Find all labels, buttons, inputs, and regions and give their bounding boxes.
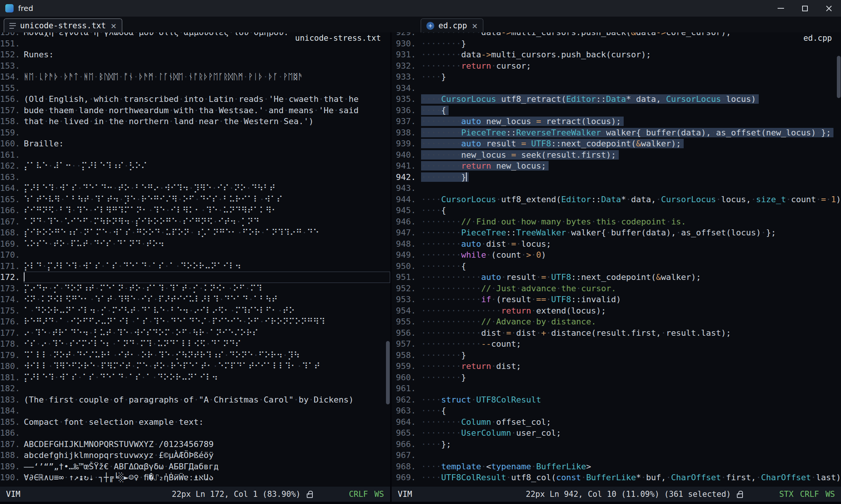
- code-line[interactable]: 158.that·he·lived·in·the·northern·land·n…: [0, 116, 390, 127]
- code-line[interactable]: 940.········new_locus·=·seek(result.firs…: [392, 149, 841, 161]
- code-line[interactable]: 964.········Column·offset_col;: [392, 416, 841, 428]
- code-line[interactable]: 963.····{: [392, 405, 841, 416]
- code-line[interactable]: 965.········UserColumn·user_col;: [392, 427, 841, 439]
- scrollbar-track[interactable]: [386, 32, 390, 487]
- code-line[interactable]: 156.(Old·English,·which·transcribed·into…: [0, 94, 390, 105]
- scrollbar-thumb[interactable]: [386, 341, 390, 404]
- code-line[interactable]: 167.⠁⠝⠙·⠹⠑·⠡⠊⠑⠋·⠍⠳⠗⠝⠻⠲·⡎⠊⠗⠕⠕⠛⠑·⠎⠊⠛⠝⠫·⠊⠞⠲…: [0, 216, 390, 227]
- code-line[interactable]: 177.⠔·⠹⠑·⠞⠗⠁⠙⠑⠲·⡃⠥⠞·⠹⠑·⠺⠊⠎⠙⠕⠍·⠕⠋·⠳⠗·⠁⠝⠊⠑…: [0, 327, 390, 339]
- scrollbar-thumb[interactable]: [837, 56, 841, 98]
- code-line[interactable]: 969.····UTF8ColResult·utf8_col(const·Buf…: [392, 472, 841, 483]
- code-line[interactable]: 164.⡍⠜⠇⠑⠹·⠺⠁⠎·⠙⠑⠁⠙⠒·⠞⠕·⠃⠑⠛⠔·⠺⠊⠹⠲·⡹⠻⠑·⠊⠎·…: [0, 183, 390, 194]
- code-line[interactable]: 966.····};: [392, 439, 841, 450]
- code-line[interactable]: 946.········//·Find·out·how·many·bytes·t…: [392, 216, 841, 227]
- code-line[interactable]: 944.····CursorLocus·utf8_extend(Editor::…: [392, 194, 841, 205]
- eol-indicator[interactable]: CRLF: [800, 490, 819, 499]
- minimize-button[interactable]: [769, 0, 793, 17]
- code-line[interactable]: 945.····{: [392, 205, 841, 216]
- code-line[interactable]: 174.⠪⠝·⠅⠝⠪⠇⠫⠛⠑⠂·⠱⠁⠞·⠹⠻⠑·⠊⠎·⠏⠜⠞⠊⠊⠥⠇⠜⠇⠹·⠙⠑…: [0, 294, 390, 305]
- code-line[interactable]: 968.····template·<typename·BufferLike>: [392, 461, 841, 472]
- code-line[interactable]: 934.: [392, 83, 841, 94]
- code-line[interactable]: 933.····}: [392, 71, 841, 83]
- code-line[interactable]: 180.⠺⠊⠇⠇·⠹⠻⠑⠋⠕⠗⠑·⠏⠻⠍⠊⠞·⠍⠑·⠞⠕·⠗⠑⠏⠑⠁⠞⠂·⠑⠍⠏…: [0, 361, 390, 372]
- code-line[interactable]: 942.········}: [392, 172, 841, 183]
- code-line[interactable]: 188.abcdefghijklmnopqrstuvwxyz·£©µÀÆÖÞßé…: [0, 450, 390, 461]
- tab-ed-cpp[interactable]: ed.cpp ×: [421, 18, 483, 32]
- code-line[interactable]: 163.: [0, 172, 390, 183]
- left-editor-body[interactable]: 150.Μονάχη·ἔγνοια·ἡ·γλῶσσα·μου·στὶς·ἀμμο…: [0, 32, 390, 487]
- code-line[interactable]: 947.········PieceTree::TreeWalker·walker…: [392, 227, 841, 238]
- code-line[interactable]: 154.ᚻᛖ·ᚳᚹᚫᚦ·ᚦᚫᛏ·ᚻᛖ·ᛒᚢᛞᛖ·ᚩᚾ·ᚦᚫᛗ·ᛚᚪᚾᛞᛖ·ᚾᚩᚱ…: [0, 71, 390, 83]
- code-line[interactable]: 952.············//·Just·advance·the·curs…: [392, 283, 841, 294]
- code-line[interactable]: 938.········PieceTree::ReverseTreeWalker…: [392, 127, 841, 138]
- code-line[interactable]: 955.············//·Advance·by·distance.: [392, 316, 841, 327]
- maximize-button[interactable]: [793, 0, 817, 17]
- scrollbar-track[interactable]: [836, 32, 841, 487]
- code-line[interactable]: 930.········}: [392, 38, 841, 49]
- code-line[interactable]: 169.⠡⠕⠎⠑·⠞⠕·⠏⠥⠞·⠙⠊⠎·⠙⠁⠝⠙·⠞⠕⠲: [0, 238, 390, 250]
- code-line[interactable]: 967.: [392, 450, 841, 461]
- encoding-indicator[interactable]: STX: [779, 490, 793, 499]
- code-line[interactable]: 160.Braille:: [0, 138, 390, 149]
- whitespace-indicator[interactable]: WS: [826, 490, 835, 499]
- code-line[interactable]: 929.············data->multi_cursors.push…: [392, 32, 841, 38]
- code-line[interactable]: 962.····struct·UTF8ColResult: [392, 394, 841, 406]
- eol-indicator[interactable]: CRLF: [349, 490, 368, 499]
- code-line[interactable]: 178.⠊⠎·⠔·⠹⠑·⠎⠊⠍⠊⠇⠑⠆·⠁⠝⠙·⠍⠹·⠥⠝⠙⠁⠇⠇⠪⠫·⠙⠁⠝⠙…: [0, 338, 390, 350]
- code-line[interactable]: 941.········return·new_locus;: [392, 160, 841, 172]
- code-line[interactable]: 189.–—‘’“”„†•…‰™œŠŸž€·ΑΒΓΔΩαβγδω·АБВГДаб…: [0, 461, 390, 472]
- whitespace-indicator[interactable]: WS: [374, 490, 384, 499]
- code-line[interactable]: 960.········}: [392, 372, 841, 383]
- code-line[interactable]: 153.: [0, 60, 390, 72]
- code-line[interactable]: 961.: [392, 383, 841, 394]
- close-button[interactable]: [817, 0, 841, 17]
- code-line[interactable]: 181.⡍⠜⠇⠑⠹·⠺⠁⠎·⠁⠎·⠙⠑⠁⠙·⠁⠎·⠁·⠙⠕⠕⠗⠤⠝⠁⠊⠇⠲: [0, 372, 390, 383]
- code-line[interactable]: 186.: [0, 427, 390, 439]
- code-line[interactable]: 173.⡍⠔⠙⠖·⡊·⠙⠕⠝⠰⠞·⠍⠑⠁⠝·⠞⠕·⠎⠁⠹·⠹⠁⠞·⡊·⠅⠝⠪⠂·…: [0, 283, 390, 294]
- code-line[interactable]: 187.ABCDEFGHIJKLMNOPQRSTUVWXYZ·/01234567…: [0, 439, 390, 450]
- code-line[interactable]: 172.: [0, 272, 390, 283]
- code-line[interactable]: 170.: [0, 249, 390, 261]
- code-line[interactable]: 175.⠁·⠙⠕⠕⠗⠤⠝⠁⠊⠇⠲·⡊·⠍⠊⠣⠞·⠙⠁⠧⠑·⠃⠑⠲·⠔⠊⠇⠔⠫⠂·…: [0, 305, 390, 317]
- code-line[interactable]: 165.⠱⠁⠞⠑⠧⠻·⠁⠃⠳⠞·⠹⠁⠞⠲·⡹⠑·⠗⠑⠛⠊⠌⠻·⠕⠋·⠙⠊⠎·⠃⠥…: [0, 194, 390, 205]
- code-line[interactable]: 958.········}: [392, 350, 841, 361]
- lock-icon[interactable]: [307, 493, 313, 498]
- code-line[interactable]: 943.: [392, 183, 841, 194]
- code-line[interactable]: 157.bude·thaem·lande·northweardum·with·t…: [0, 105, 390, 116]
- code-line[interactable]: 168.⡎⠊⠗⠕⠕⠛⠑⠰⠎·⠝⠁⠍⠑·⠺⠁⠎·⠛⠕⠕⠙·⠥⠏⠕⠝·⠰⡡⠁⠝⠛⠑⠂…: [0, 227, 390, 238]
- code-line[interactable]: 155.: [0, 83, 390, 94]
- code-line[interactable]: 179.⠩⠁⠇⠇·⠝⠕⠞·⠙⠊⠌⠥⠗⠃·⠊⠞⠂·⠕⠗·⠹⠑·⡊⠳⠝⠞⠗⠹⠰⠎·⠙…: [0, 350, 390, 361]
- code-line[interactable]: 936.····{: [392, 105, 841, 116]
- code-line[interactable]: 171.⡕⠇⠙·⡍⠜⠇⠑⠹·⠺⠁⠎·⠁⠎·⠙⠑⠁⠙·⠁⠎·⠁·⠙⠕⠕⠗⠤⠝⠁⠊⠇…: [0, 261, 390, 272]
- code-line[interactable]: 953.············if·(result·==·UTF8::inva…: [392, 294, 841, 305]
- code-line[interactable]: 184.: [0, 405, 390, 416]
- code-line[interactable]: 166.⠎⠊⠛⠝⠫·⠃⠹·⠹⠑·⠊⠇⠻⠛⠹⠍⠁⠝⠂·⠹⠑·⠊⠇⠻⠅⠂·⠹⠑·⠥⠝…: [0, 205, 390, 216]
- code-line[interactable]: 183.(The·first·couple·of·paragraphs·of·"…: [0, 394, 390, 406]
- code-line[interactable]: 931.········data->multi_cursors.push_bac…: [392, 49, 841, 60]
- code-line[interactable]: 932.········return·cursor;: [392, 60, 841, 72]
- code-line[interactable]: 939.········auto·result·=·UTF8::next_cod…: [392, 138, 841, 149]
- code-line[interactable]: 152.Runes:: [0, 49, 390, 60]
- code-line[interactable]: 937.········auto·new_locus·=·retract(loc…: [392, 116, 841, 127]
- tab-close-icon[interactable]: ×: [111, 21, 117, 31]
- code-line[interactable]: 950.········{: [392, 261, 841, 272]
- tab-close-icon[interactable]: ×: [472, 21, 478, 31]
- code-line[interactable]: 162.⡌⠁⠧⠑·⠼⠁⠒··⡍⠜⠇⠑⠹⠰⠎·⡣⠕⠌: [0, 160, 390, 172]
- code-line[interactable]: 956.············dist·=·dist·+·distance(r…: [392, 327, 841, 339]
- code-line[interactable]: 161.: [0, 149, 390, 161]
- code-line[interactable]: 949.········while·(count·>·0): [392, 249, 841, 261]
- code-line[interactable]: 957.············--count;: [392, 338, 841, 350]
- code-line[interactable]: 176.⠗⠑⠛⠜⠙·⠁·⠊⠕⠋⠋⠔⠤⠝⠁⠊⠇·⠁⠎·⠹⠑·⠙⠑⠁⠙⠑⠌·⠏⠊⠑⠊…: [0, 316, 390, 327]
- lock-icon[interactable]: [737, 493, 743, 498]
- code-line[interactable]: 185.Compact·font·selection·example·text:: [0, 416, 390, 428]
- code-line[interactable]: 959.········return·dist;: [392, 361, 841, 372]
- right-editor-body[interactable]: 929.············data->multi_cursors.push…: [392, 32, 841, 487]
- code-line[interactable]: 182.: [0, 383, 390, 394]
- code-line[interactable]: 159.: [0, 127, 390, 138]
- code-line[interactable]: 951.············auto·result·=·UTF8::next…: [392, 272, 841, 283]
- code-line[interactable]: 954.················return·extend(locus)…: [392, 305, 841, 317]
- code-line[interactable]: 948.········auto·dist·=·locus;: [392, 238, 841, 250]
- code-line[interactable]: 190.∀∂∈ℝ∧∪≡∞·↑↗↨↻⇣·┐┼╔╘░►☺♀·ﬁ�⑀₂ἠḂӥẄɐː⍎א…: [0, 472, 390, 483]
- code-line[interactable]: 935.····CursorLocus·utf8_retract(Editor:…: [392, 94, 841, 105]
- tab-unicode-stress-txt[interactable]: unicode-stress.txt ×: [4, 18, 122, 32]
